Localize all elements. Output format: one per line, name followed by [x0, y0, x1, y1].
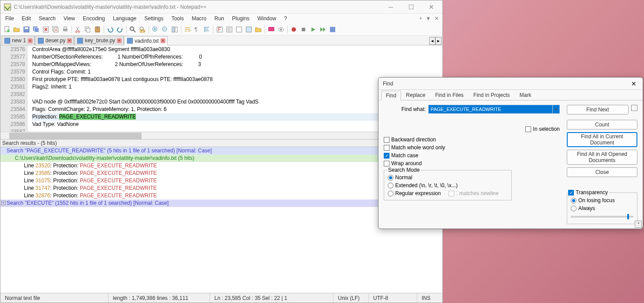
close-all-icon[interactable]	[51, 25, 60, 34]
folder-icon[interactable]	[254, 25, 263, 34]
tab-close-icon[interactable]: ✕	[161, 38, 165, 43]
menu-view[interactable]: View	[60, 15, 79, 22]
tab-close-icon[interactable]: ✕	[117, 38, 122, 43]
menu-language[interactable]: Language	[109, 15, 140, 22]
svg-rect-10	[64, 27, 67, 29]
find-what-input[interactable]	[428, 105, 560, 114]
matchcase-checkbox[interactable]: ✓	[384, 153, 389, 159]
copy-icon[interactable]	[83, 25, 93, 34]
svg-point-17	[130, 27, 134, 30]
zoom-out-icon[interactable]	[160, 25, 170, 34]
menu-window[interactable]: Window	[253, 15, 280, 22]
play-multi-icon[interactable]	[318, 25, 328, 34]
maximize-button[interactable]: ☐	[401, 0, 421, 14]
svg-rect-14	[86, 28, 90, 32]
tab-close-icon[interactable]: ✕	[67, 38, 72, 43]
find-tab-files[interactable]: Find in Files	[430, 90, 468, 100]
save-macro-icon[interactable]	[328, 25, 337, 34]
menu-tools[interactable]: Tools	[168, 15, 188, 22]
menu-settings[interactable]: Settings	[140, 15, 167, 22]
transparency-slider[interactable]	[571, 216, 633, 218]
new-file-icon[interactable]	[2, 25, 12, 34]
tab-next-icon[interactable]: ►	[435, 37, 442, 45]
play-icon[interactable]	[308, 25, 318, 34]
paste-icon[interactable]	[93, 25, 102, 34]
monitor-icon[interactable]	[266, 25, 276, 34]
wrap-checkbox[interactable]	[384, 161, 389, 166]
doc-map-icon[interactable]	[225, 25, 234, 34]
zoom-in-icon[interactable]	[150, 25, 160, 34]
doc-list-icon[interactable]	[234, 25, 244, 34]
find-dropdown-icon[interactable]: ▼	[552, 105, 559, 113]
menu-dropdown-icon[interactable]: ▼	[426, 15, 431, 22]
menu-macro[interactable]: Macro	[188, 15, 210, 22]
in-selection-label: In selection	[533, 126, 560, 132]
sync-icon[interactable]	[170, 25, 180, 34]
menu-help[interactable]: ?	[280, 15, 291, 22]
menu-file[interactable]: File	[1, 15, 18, 22]
app-icon	[4, 4, 11, 11]
menu-edit[interactable]: Edit	[18, 15, 35, 22]
show-chars-icon[interactable]: ¶	[192, 25, 202, 34]
tab-vadinfo[interactable]: vadinfo.txt✕	[124, 36, 168, 45]
minimize-button[interactable]: ─	[381, 0, 401, 14]
tab-close-icon[interactable]: ✕	[28, 38, 33, 43]
svg-rect-22	[172, 27, 174, 32]
mode-normal-radio[interactable]	[388, 175, 393, 181]
find-tab-replace[interactable]: Replace	[401, 90, 430, 100]
tab-deser[interactable]: deser.py✕	[35, 36, 74, 45]
transp-always-radio[interactable]	[571, 206, 577, 211]
redo-icon[interactable]	[115, 25, 125, 34]
stop-icon[interactable]	[299, 25, 308, 34]
print-icon[interactable]	[60, 25, 70, 34]
find-tab-find[interactable]: Find	[381, 91, 401, 100]
menu-run[interactable]: Run	[210, 15, 228, 22]
save-icon[interactable]	[22, 25, 31, 34]
backward-checkbox[interactable]	[384, 137, 389, 143]
find-all-current-button[interactable]: Find All in Current Document	[567, 132, 637, 147]
replace-icon[interactable]: ab	[138, 25, 147, 34]
cut-icon[interactable]	[73, 25, 83, 34]
indent-guide-icon[interactable]	[202, 25, 212, 34]
find-all-opened-button[interactable]: Find All in All Opened Documents	[567, 150, 637, 165]
tab-keybrute[interactable]: key_brute.py✕	[74, 36, 124, 45]
mode-regex-radio[interactable]	[388, 191, 393, 196]
close-button[interactable]: ✕	[421, 0, 442, 14]
tab-new1[interactable]: new 1✕	[1, 36, 35, 45]
open-file-icon[interactable]	[12, 25, 22, 34]
find-tab-mark[interactable]: Mark	[515, 90, 536, 100]
close-file-icon[interactable]	[41, 25, 51, 34]
menu-plus-icon[interactable]: +	[419, 15, 422, 22]
find-dialog-title: Find	[383, 81, 629, 87]
expand-button[interactable]: ˄	[635, 221, 642, 228]
in-selection-checkbox[interactable]	[525, 126, 531, 132]
transparency-checkbox[interactable]: ✓	[568, 190, 574, 196]
menu-close-icon[interactable]: ✕	[434, 15, 439, 22]
undo-icon[interactable]	[105, 25, 115, 34]
wordwrap-icon[interactable]	[183, 25, 192, 34]
wholeword-checkbox[interactable]	[384, 145, 389, 151]
find-icon[interactable]	[128, 25, 138, 34]
menu-search[interactable]: Search	[35, 15, 60, 22]
lang-icon[interactable]: F	[215, 25, 225, 34]
find-next-button[interactable]: Find Next	[567, 105, 629, 115]
svg-rect-30	[269, 27, 274, 31]
mode-ext-radio[interactable]	[388, 183, 393, 188]
search-results[interactable]: Search "PAGE_EXECUTE_READWRITE" (5 hits …	[0, 147, 442, 207]
count-button[interactable]: Count	[567, 120, 637, 129]
tab-prev-icon[interactable]: ◄	[429, 37, 435, 45]
eye-icon[interactable]	[276, 25, 286, 34]
scrollbar-thumb[interactable]	[9, 133, 142, 139]
horizontal-scrollbar[interactable]	[0, 132, 442, 139]
func-list-icon[interactable]	[244, 25, 254, 34]
menu-plugins[interactable]: Plugins	[228, 15, 253, 22]
close-find-button[interactable]: Close	[567, 167, 637, 177]
transp-focus-radio[interactable]	[571, 198, 577, 203]
save-all-icon[interactable]	[31, 25, 41, 34]
find-tab-projects[interactable]: Find in Projects	[468, 90, 515, 100]
record-icon[interactable]	[289, 25, 299, 34]
find-close-button[interactable]: ✕	[629, 79, 638, 88]
find-direction-checkbox[interactable]	[631, 105, 637, 111]
menu-encoding[interactable]: Encoding	[79, 15, 109, 22]
status-bar: Normal text file length : 1,749,386 line…	[0, 293, 442, 303]
